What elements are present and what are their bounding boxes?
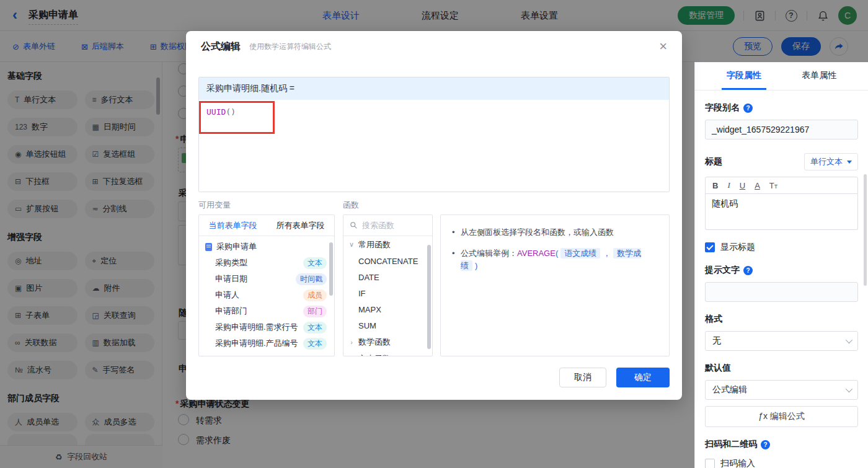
variable-type-badge: 文本: [303, 257, 327, 269]
variable-name: 采购申请明细.需求行号: [215, 322, 298, 333]
help-badge-icon[interactable]: [743, 104, 753, 113]
properties-tabs: 字段属性 表单属性: [695, 63, 868, 91]
hint-label: 提示文字: [705, 265, 858, 276]
formula-code[interactable]: UUID(): [206, 107, 236, 117]
function-item[interactable]: DATE: [343, 269, 432, 285]
font-size-icon[interactable]: TT: [769, 181, 777, 190]
variable-item[interactable]: 申请日期 时间戳: [199, 271, 334, 287]
variables-scrollbar[interactable]: [329, 242, 333, 296]
tab-form-properties[interactable]: 表单属性: [797, 63, 841, 90]
formula-target: 采购申请明细.随机码 =: [199, 77, 669, 100]
variable-item[interactable]: 采购申请明细.产品编号 文本: [199, 335, 334, 351]
default-value-select[interactable]: 公式编辑: [705, 380, 858, 400]
help-badge-icon[interactable]: [761, 440, 770, 449]
chevron-open-icon: ∨: [348, 241, 355, 249]
title-textarea[interactable]: 随机码: [705, 194, 858, 230]
properties-body: 字段别名 _widget_1657529221967 标题 单行文本 B I U…: [695, 102, 868, 468]
function-group-math[interactable]: › 数学函数: [343, 333, 432, 350]
variables-tree: 采购类型 文本 申请日期 时间戳 申请人 成员 申请部门: [199, 255, 334, 351]
close-icon[interactable]: ×: [659, 40, 667, 53]
tab-all-form-fields[interactable]: 所有表单字段: [267, 215, 334, 236]
help-badge-icon[interactable]: [743, 266, 753, 275]
scan-input-checkbox[interactable]: 扫码输入: [705, 458, 858, 468]
chevron-closed-icon: ›: [348, 338, 355, 346]
functions-caption: 函数: [343, 200, 359, 211]
form-doc-icon: [205, 243, 212, 251]
scan-qrcode-label: 扫码和二维码: [705, 439, 858, 450]
modal-footer: 取消 确定: [559, 368, 670, 387]
modal-title: 公式编辑: [201, 40, 241, 53]
hint-input[interactable]: [705, 282, 858, 302]
variable-name: 采购类型: [215, 257, 247, 268]
annotation-rect: [199, 101, 275, 134]
formula-box: 采购申请明细.随机码 = UUID(): [198, 77, 670, 192]
scan-input-label: 扫码输入: [720, 458, 755, 468]
function-items: CONCATENATE DATE IF MAPX SUM: [343, 253, 432, 333]
chevron-down-icon: [847, 161, 852, 164]
function-group-text[interactable]: › 文本函数: [343, 350, 432, 356]
function-group-common[interactable]: ∨ 常用函数: [343, 236, 432, 253]
field-type-select[interactable]: 单行文本: [804, 153, 858, 170]
variable-name: 采购申请明细.产品编号: [215, 338, 298, 349]
hint-line-2: 公式编辑举例：AVERAGE(语文成绩，数学成绩): [452, 247, 658, 272]
variable-type-badge: 成员: [303, 289, 327, 301]
chevron-closed-icon: ›: [348, 355, 355, 357]
variable-name: 申请人: [215, 289, 239, 301]
function-item[interactable]: SUM: [343, 317, 432, 333]
formula-editor-area[interactable]: UUID(): [199, 100, 669, 192]
default-value-label: 默认值: [705, 363, 858, 374]
alias-label: 字段别名: [705, 102, 858, 113]
font-color-icon[interactable]: A: [755, 181, 760, 190]
function-item[interactable]: IF: [343, 285, 432, 301]
variable-item[interactable]: 采购申请明细.需求行号 文本: [199, 319, 334, 335]
confirm-button[interactable]: 确定: [616, 368, 670, 387]
variable-name: 申请部门: [215, 306, 247, 317]
search-icon: [350, 221, 358, 229]
hint-panel: 从左侧面板选择字段名和函数，或输入函数 公式编辑举例：AVERAGE(语文成绩，…: [440, 214, 670, 356]
modal-subtitle: 使用数学运算符编辑公式: [249, 42, 331, 52]
modal-header: 公式编辑 使用数学运算符编辑公式 ×: [186, 31, 682, 62]
tab-field-properties[interactable]: 字段属性: [722, 63, 766, 90]
richtext-toolbar: B I U A TT: [705, 177, 858, 194]
function-search-input[interactable]: [362, 221, 426, 230]
variables-panel: 当前表单字段 所有表单字段 采购申请单 采购类型 文本 申请日期 时间戳: [198, 214, 335, 356]
formula-editor-modal: 公式编辑 使用数学运算符编辑公式 × 采购申请明细.随机码 = UUID() 可…: [186, 31, 682, 400]
variable-item[interactable]: 采购类型 文本: [199, 255, 334, 271]
cancel-button[interactable]: 取消: [559, 368, 606, 387]
format-label: 格式: [705, 314, 858, 325]
show-title-checkbox[interactable]: 显示标题: [705, 242, 858, 253]
variable-type-badge: 文本: [303, 322, 327, 333]
title-row: 标题 单行文本: [705, 153, 858, 170]
format-select[interactable]: 无: [705, 331, 858, 351]
hint-line-1: 从左侧面板选择字段名和函数，或输入函数: [452, 226, 658, 239]
variable-type-badge: 文本: [303, 338, 327, 350]
chevron-down-icon: [846, 337, 852, 343]
properties-drawer: 字段属性 表单属性 字段别名 _widget_1657529221967 标题 …: [694, 62, 868, 468]
tab-current-form-fields[interactable]: 当前表单字段: [199, 215, 267, 236]
title-label: 标题: [705, 156, 722, 167]
chevron-down-icon: [846, 386, 852, 392]
variable-name: 申请日期: [215, 273, 247, 285]
functions-panel: ∨ 常用函数 CONCATENATE DATE IF MAPX SUM › 数学…: [343, 214, 433, 356]
functions-scrollbar[interactable]: [427, 245, 431, 349]
drawer-scrollbar[interactable]: [864, 174, 867, 286]
variable-type-badge: 部门: [303, 306, 327, 317]
function-item[interactable]: CONCATENATE: [343, 253, 432, 269]
example-field-chip: 语文成绩: [560, 248, 600, 258]
checkbox-checked-icon: [705, 242, 715, 252]
screen: ‹ 采购申请单 表单设计 流程设定 表单设置 数据管理 ? C: [0, 0, 868, 468]
variables-tree-root[interactable]: 采购申请单: [199, 236, 334, 255]
checkbox-empty-icon: [705, 459, 715, 468]
underline-icon[interactable]: U: [740, 181, 745, 190]
show-title-label: 显示标题: [720, 242, 755, 253]
variable-item[interactable]: 申请部门 部门: [199, 303, 334, 319]
variables-tabs: 当前表单字段 所有表单字段: [199, 215, 334, 236]
italic-icon[interactable]: I: [727, 180, 730, 190]
function-search: [343, 215, 432, 236]
bold-icon[interactable]: B: [712, 181, 718, 190]
function-item[interactable]: MAPX: [343, 301, 432, 317]
alias-input[interactable]: _widget_1657529221967: [705, 120, 858, 139]
edit-formula-button[interactable]: ƒx 编辑公式: [705, 406, 858, 427]
variable-type-badge: 时间戳: [296, 273, 327, 285]
variable-item[interactable]: 申请人 成员: [199, 287, 334, 303]
